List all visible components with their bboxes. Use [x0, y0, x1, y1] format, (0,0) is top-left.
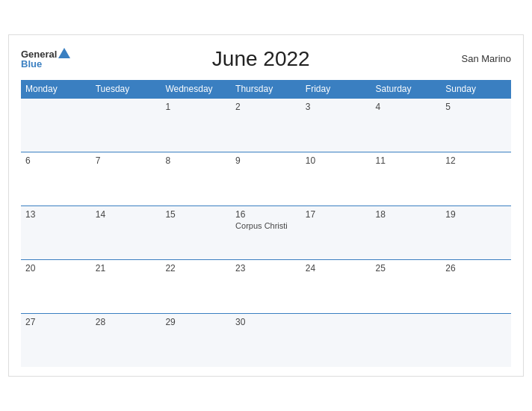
day-number: 18	[376, 209, 437, 220]
day-number: 23	[235, 263, 297, 274]
weekday-header-row: Monday Tuesday Wednesday Thursday Friday…	[21, 80, 511, 99]
calendar-cell: 26	[441, 259, 511, 313]
calendar-cell: 21	[91, 259, 161, 313]
calendar-cell	[21, 98, 91, 152]
calendar-week-row: 12345	[21, 98, 511, 152]
calendar-cell	[91, 98, 161, 152]
calendar-cell: 9	[231, 152, 301, 206]
calendar-container: General Blue June 2022 San Marino Monday…	[8, 34, 524, 377]
calendar-cell: 19	[441, 206, 511, 259]
day-number: 7	[96, 155, 157, 166]
holiday-label: Corpus Christi	[235, 221, 297, 230]
day-number: 5	[445, 102, 507, 112]
day-number: 6	[25, 155, 87, 166]
calendar-cell	[301, 313, 371, 367]
logo-blue-text: Blue	[21, 58, 42, 69]
day-number: 10	[306, 155, 367, 166]
day-number: 17	[306, 209, 367, 220]
calendar-cell: 7	[91, 152, 161, 206]
calendar-header: General Blue June 2022 San Marino	[21, 47, 511, 71]
calendar-cell: 8	[161, 152, 231, 206]
calendar-week-row: 20212223242526	[21, 259, 511, 313]
calendar-cell: 1	[161, 98, 231, 152]
day-number: 30	[235, 317, 297, 327]
calendar-cell	[441, 313, 511, 367]
day-number: 14	[96, 209, 157, 220]
calendar-body: 12345678910111213141516Corpus Christi171…	[21, 98, 511, 367]
calendar-cell: 30	[231, 313, 301, 367]
day-number: 3	[306, 102, 367, 112]
col-thursday: Thursday	[231, 80, 301, 99]
day-number: 1	[165, 102, 226, 112]
day-number: 21	[96, 263, 157, 274]
calendar-week-row: 6789101112	[21, 152, 511, 206]
calendar-cell: 20	[21, 259, 91, 313]
day-number: 4	[376, 102, 437, 112]
calendar-cell: 11	[371, 152, 442, 206]
calendar-cell: 14	[91, 206, 161, 259]
calendar-cell	[371, 313, 442, 367]
calendar-cell: 6	[21, 152, 91, 206]
col-friday: Friday	[301, 80, 371, 99]
day-number: 25	[376, 263, 437, 274]
calendar-cell: 29	[161, 313, 231, 367]
calendar-cell: 10	[301, 152, 371, 206]
day-number: 26	[445, 263, 507, 274]
calendar-cell: 17	[301, 206, 371, 259]
day-number: 11	[376, 155, 437, 166]
day-number: 9	[235, 155, 297, 166]
calendar-cell: 18	[371, 206, 442, 259]
logo-triangle-icon	[58, 48, 70, 58]
calendar-week-row: 27282930	[21, 313, 511, 367]
col-wednesday: Wednesday	[161, 80, 231, 99]
day-number: 16	[235, 209, 297, 220]
col-sunday: Sunday	[441, 80, 511, 99]
calendar-cell: 25	[371, 259, 442, 313]
calendar-title: June 2022	[70, 47, 451, 71]
calendar-grid: Monday Tuesday Wednesday Thursday Friday…	[21, 80, 511, 368]
col-tuesday: Tuesday	[91, 80, 161, 99]
calendar-cell: 3	[301, 98, 371, 152]
calendar-cell: 24	[301, 259, 371, 313]
day-number: 12	[445, 155, 507, 166]
col-saturday: Saturday	[371, 80, 442, 99]
day-number: 8	[165, 155, 226, 166]
day-number: 29	[165, 317, 226, 327]
calendar-cell: 28	[91, 313, 161, 367]
calendar-cell: 22	[161, 259, 231, 313]
calendar-cell: 27	[21, 313, 91, 367]
day-number: 20	[25, 263, 87, 274]
calendar-cell: 16Corpus Christi	[231, 206, 301, 259]
day-number: 22	[165, 263, 226, 274]
col-monday: Monday	[21, 80, 91, 99]
calendar-cell: 4	[371, 98, 442, 152]
calendar-cell: 15	[161, 206, 231, 259]
day-number: 15	[165, 209, 226, 220]
day-number: 19	[445, 209, 507, 220]
calendar-cell: 5	[441, 98, 511, 152]
day-number: 2	[235, 102, 297, 112]
day-number: 24	[306, 263, 367, 274]
day-number: 28	[96, 317, 157, 327]
calendar-cell: 2	[231, 98, 301, 152]
calendar-country: San Marino	[451, 53, 511, 64]
day-number: 13	[25, 209, 87, 220]
calendar-cell: 13	[21, 206, 91, 259]
logo: General Blue	[21, 48, 70, 69]
calendar-cell: 23	[231, 259, 301, 313]
calendar-cell: 12	[441, 152, 511, 206]
calendar-week-row: 13141516Corpus Christi171819	[21, 206, 511, 259]
day-number: 27	[25, 317, 87, 327]
